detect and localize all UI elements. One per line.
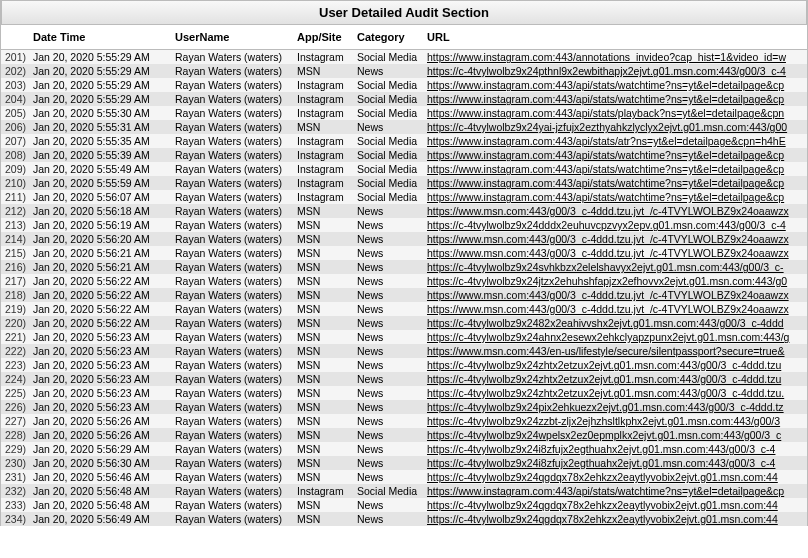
row-url[interactable]: https://www.instagram.com:443/api/stats/… — [423, 176, 807, 190]
header-category[interactable]: Category — [353, 25, 423, 49]
row-username: Rayan Waters (waters) — [171, 288, 293, 302]
table-row[interactable]: 204)Jan 20, 2020 5:55:29 AMRayan Waters … — [1, 92, 807, 106]
row-username: Rayan Waters (waters) — [171, 78, 293, 92]
table-row[interactable]: 223)Jan 20, 2020 5:56:23 AMRayan Waters … — [1, 358, 807, 372]
table-row[interactable]: 230)Jan 20, 2020 5:56:30 AMRayan Waters … — [1, 456, 807, 470]
row-url[interactable]: https://www.msn.com:443/g00/3_c-4ddd.tzu… — [423, 232, 807, 246]
table-row[interactable]: 234)Jan 20, 2020 5:56:49 AMRayan Waters … — [1, 512, 807, 526]
row-url[interactable]: https://c-4tvylwolbz9x24wpelsx2ez0epmplk… — [423, 428, 807, 442]
row-seq: 211) — [1, 190, 29, 204]
row-seq: 223) — [1, 358, 29, 372]
table-row[interactable]: 203)Jan 20, 2020 5:55:29 AMRayan Waters … — [1, 78, 807, 92]
table-row[interactable]: 229)Jan 20, 2020 5:56:29 AMRayan Waters … — [1, 442, 807, 456]
row-url[interactable]: https://www.instagram.com:443/api/stats/… — [423, 148, 807, 162]
table-row[interactable]: 214)Jan 20, 2020 5:56:20 AMRayan Waters … — [1, 232, 807, 246]
row-url[interactable]: https://c-4tvylwolbz9x24svhkbzx2elelshav… — [423, 260, 807, 274]
header-url[interactable]: URL — [423, 25, 807, 49]
row-category: News — [353, 442, 423, 456]
row-appsite: MSN — [293, 64, 353, 78]
header-seq — [1, 25, 29, 49]
row-url[interactable]: https://c-4tvylwolbz9x24qgdqx78x2ehkzx2e… — [423, 512, 807, 526]
table-row[interactable]: 218)Jan 20, 2020 5:56:22 AMRayan Waters … — [1, 288, 807, 302]
table-row[interactable]: 211)Jan 20, 2020 5:56:07 AMRayan Waters … — [1, 190, 807, 204]
table-row[interactable]: 220)Jan 20, 2020 5:56:22 AMRayan Waters … — [1, 316, 807, 330]
row-url[interactable]: https://c-4tvylwolbz9x24yai-jzfujx2ezthy… — [423, 120, 807, 134]
table-row[interactable]: 232)Jan 20, 2020 5:56:48 AMRayan Waters … — [1, 484, 807, 498]
table-row[interactable]: 222)Jan 20, 2020 5:56:23 AMRayan Waters … — [1, 344, 807, 358]
table-row[interactable]: 217)Jan 20, 2020 5:56:22 AMRayan Waters … — [1, 274, 807, 288]
table-row[interactable]: 207)Jan 20, 2020 5:55:35 AMRayan Waters … — [1, 134, 807, 148]
header-username[interactable]: UserName — [171, 25, 293, 49]
table-row[interactable]: 224)Jan 20, 2020 5:56:23 AMRayan Waters … — [1, 372, 807, 386]
row-url[interactable]: https://c-4tvylwolbz9x24i8zfujx2egthuahx… — [423, 442, 807, 456]
row-appsite: MSN — [293, 400, 353, 414]
table-row[interactable]: 228)Jan 20, 2020 5:56:26 AMRayan Waters … — [1, 428, 807, 442]
row-url[interactable]: https://c-4tvylwolbz9x24ahnx2esewx2ehkcl… — [423, 330, 807, 344]
section-title: User Detailed Audit Section — [1, 0, 807, 25]
row-url[interactable]: https://c-4tvylwolbz9x24zhtx2etzux2ejvt.… — [423, 386, 807, 400]
row-datetime: Jan 20, 2020 5:56:23 AM — [29, 330, 171, 344]
row-url[interactable]: https://c-4tvylwolbz9x24zhtx2etzux2ejvt.… — [423, 372, 807, 386]
row-url[interactable]: https://c-4tvylwolbz9x24qgdqx78x2ehkzx2e… — [423, 470, 807, 484]
row-category: News — [353, 288, 423, 302]
row-url[interactable]: https://www.msn.com:443/g00/3_c-4ddd.tzu… — [423, 288, 807, 302]
row-url[interactable]: https://www.msn.com:443/g00/3_c-4ddd.tzu… — [423, 204, 807, 218]
table-row[interactable]: 212)Jan 20, 2020 5:56:18 AMRayan Waters … — [1, 204, 807, 218]
row-url[interactable]: https://c-4tvylwolbz9x24jtzx2ehuhshfapjz… — [423, 274, 807, 288]
row-url[interactable]: https://c-4tvylwolbz9x24zhtx2etzux2ejvt.… — [423, 358, 807, 372]
row-category: Social Media — [353, 148, 423, 162]
table-row[interactable]: 233)Jan 20, 2020 5:56:48 AMRayan Waters … — [1, 498, 807, 512]
row-url[interactable]: https://www.msn.com:443/g00/3_c-4ddd.tzu… — [423, 246, 807, 260]
table-row[interactable]: 221)Jan 20, 2020 5:56:23 AMRayan Waters … — [1, 330, 807, 344]
row-category: News — [353, 386, 423, 400]
row-url[interactable]: https://www.instagram.com:443/api/stats/… — [423, 190, 807, 204]
row-appsite: MSN — [293, 302, 353, 316]
row-appsite: MSN — [293, 456, 353, 470]
row-url[interactable]: https://www.instagram.com:443/api/stats/… — [423, 484, 807, 498]
row-username: Rayan Waters (waters) — [171, 386, 293, 400]
header-appsite[interactable]: App/Site — [293, 25, 353, 49]
row-url[interactable]: https://c-4tvylwolbz9x24zzbt-zljx2ejhzhs… — [423, 414, 807, 428]
row-url[interactable]: https://www.msn.com:443/en-us/lifestyle/… — [423, 344, 807, 358]
table-row[interactable]: 216)Jan 20, 2020 5:56:21 AMRayan Waters … — [1, 260, 807, 274]
row-appsite: MSN — [293, 414, 353, 428]
table-row[interactable]: 205)Jan 20, 2020 5:55:30 AMRayan Waters … — [1, 106, 807, 120]
row-username: Rayan Waters (waters) — [171, 176, 293, 190]
table-row[interactable]: 201)Jan 20, 2020 5:55:29 AMRayan Waters … — [1, 50, 807, 64]
table-row[interactable]: 202)Jan 20, 2020 5:55:29 AMRayan Waters … — [1, 64, 807, 78]
row-url[interactable]: https://www.instagram.com:443/annotation… — [423, 50, 807, 64]
row-url[interactable]: https://www.instagram.com:443/api/stats/… — [423, 162, 807, 176]
row-appsite: Instagram — [293, 92, 353, 106]
table-row[interactable]: 208)Jan 20, 2020 5:55:39 AMRayan Waters … — [1, 148, 807, 162]
row-url[interactable]: https://www.instagram.com:443/api/stats/… — [423, 78, 807, 92]
row-url[interactable]: https://www.instagram.com:443/api/stats/… — [423, 106, 807, 120]
row-category: Social Media — [353, 484, 423, 498]
row-datetime: Jan 20, 2020 5:55:29 AM — [29, 92, 171, 106]
row-url[interactable]: https://c-4tvylwolbz9x24qgdqx78x2ehkzx2e… — [423, 498, 807, 512]
row-username: Rayan Waters (waters) — [171, 442, 293, 456]
row-username: Rayan Waters (waters) — [171, 232, 293, 246]
row-username: Rayan Waters (waters) — [171, 400, 293, 414]
row-url[interactable]: https://www.instagram.com:443/api/stats/… — [423, 134, 807, 148]
table-row[interactable]: 209)Jan 20, 2020 5:55:49 AMRayan Waters … — [1, 162, 807, 176]
row-url[interactable]: https://www.instagram.com:443/api/stats/… — [423, 92, 807, 106]
row-seq: 233) — [1, 498, 29, 512]
table-row[interactable]: 231)Jan 20, 2020 5:56:46 AMRayan Waters … — [1, 470, 807, 484]
table-row[interactable]: 227)Jan 20, 2020 5:56:26 AMRayan Waters … — [1, 414, 807, 428]
row-url[interactable]: https://c-4tvylwolbz9x2482x2eahivvshx2ej… — [423, 316, 807, 330]
row-url[interactable]: https://c-4tvylwolbz9x24dddx2euhuvcpzvyx… — [423, 218, 807, 232]
row-url[interactable]: https://c-4tvylwolbz9x24pix2ehkuezx2ejvt… — [423, 400, 807, 414]
row-appsite: MSN — [293, 330, 353, 344]
table-row[interactable]: 215)Jan 20, 2020 5:56:21 AMRayan Waters … — [1, 246, 807, 260]
row-datetime: Jan 20, 2020 5:55:39 AM — [29, 148, 171, 162]
table-row[interactable]: 226)Jan 20, 2020 5:56:23 AMRayan Waters … — [1, 400, 807, 414]
table-row[interactable]: 213)Jan 20, 2020 5:56:19 AMRayan Waters … — [1, 218, 807, 232]
table-row[interactable]: 219)Jan 20, 2020 5:56:22 AMRayan Waters … — [1, 302, 807, 316]
table-row[interactable]: 225)Jan 20, 2020 5:56:23 AMRayan Waters … — [1, 386, 807, 400]
table-row[interactable]: 210)Jan 20, 2020 5:55:59 AMRayan Waters … — [1, 176, 807, 190]
row-url[interactable]: https://c-4tvylwolbz9x24pthnl9x2ewbithap… — [423, 64, 807, 78]
header-datetime[interactable]: Date Time — [29, 25, 171, 49]
row-url[interactable]: https://c-4tvylwolbz9x24i8zfujx2egthuahx… — [423, 456, 807, 470]
table-row[interactable]: 206)Jan 20, 2020 5:55:31 AMRayan Waters … — [1, 120, 807, 134]
row-url[interactable]: https://www.msn.com:443/g00/3_c-4ddd.tzu… — [423, 302, 807, 316]
